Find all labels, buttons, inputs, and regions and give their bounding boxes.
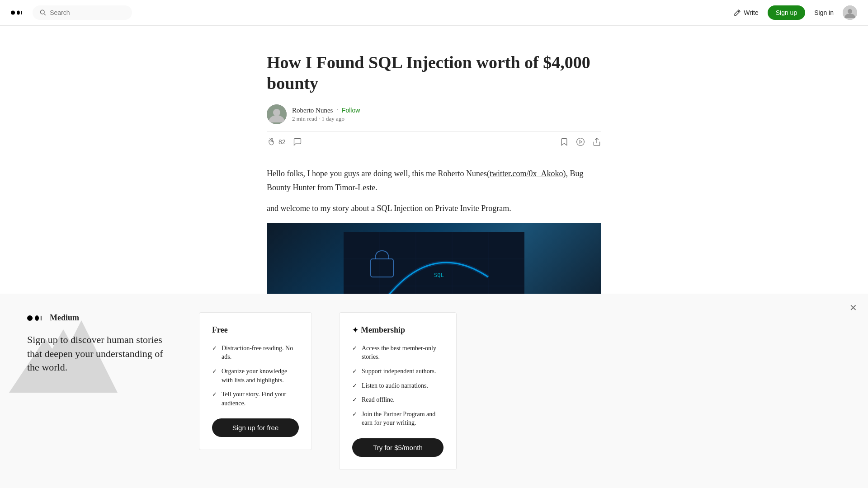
actions-left: 82 — [267, 137, 302, 146]
svg-line-5 — [738, 11, 739, 12]
modal-left: Medium Sign up to discover human stories… — [27, 312, 172, 349]
svg-rect-27 — [41, 316, 42, 321]
article-paragraph-2: and welcome to my story about a SQL Inje… — [267, 202, 601, 216]
free-feature-1: ✓ Distraction-free reading. No ads. — [212, 344, 299, 349]
read-time: 2 min read — [292, 115, 317, 122]
author-avatar[interactable] — [267, 104, 287, 124]
article-meta: 2 min read · 1 day ago — [292, 115, 360, 122]
modal-tagline: Sign up to discover human stories that d… — [27, 333, 172, 349]
membership-features-list: ✓ Access the best member-only stories. ✓… — [352, 344, 443, 349]
article-body: Hello folks, I hope you guys are doing w… — [267, 167, 601, 216]
free-card: Free ✓ Distraction-free reading. No ads.… — [199, 312, 312, 349]
svg-point-25 — [27, 315, 33, 321]
membership-star-icon: ✦ — [352, 326, 358, 334]
svg-point-7 — [848, 9, 852, 14]
svg-point-0 — [11, 10, 15, 14]
search-input[interactable] — [50, 9, 125, 16]
author-info: Roberto Nunes · Follow 2 min read · 1 da… — [292, 107, 360, 122]
write-button[interactable]: Write — [734, 9, 758, 16]
article-paragraph-1: Hello folks, I hope you guys are doing w… — [267, 167, 601, 194]
author-name-row: Roberto Nunes · Follow — [292, 107, 360, 114]
clap-count: 82 — [278, 138, 286, 145]
clap-icon — [267, 137, 276, 146]
comment-button[interactable] — [293, 137, 302, 146]
svg-point-1 — [17, 10, 20, 14]
comment-icon — [293, 137, 302, 146]
membership-card: ✦ Membership ✓ Access the best member-on… — [339, 312, 457, 349]
follow-button[interactable]: Follow — [342, 107, 360, 114]
twitter-link[interactable]: (twitter.com/0x_Akoko) — [487, 169, 566, 178]
author-separator: · — [336, 107, 338, 114]
share-button[interactable] — [592, 137, 601, 146]
svg-point-26 — [35, 315, 39, 321]
free-card-title: Free — [212, 325, 299, 335]
header-right: Write Sign up Sign in — [734, 5, 857, 20]
search-icon — [40, 9, 46, 16]
logo-icon — [11, 8, 25, 17]
pencil-icon — [734, 9, 741, 16]
user-avatar[interactable] — [843, 5, 857, 20]
article-title: How I Found SQL Injection worth of $4,00… — [267, 52, 601, 94]
logo[interactable] — [11, 8, 25, 17]
svg-point-10 — [577, 138, 585, 146]
svg-text:SQL: SQL — [434, 272, 444, 278]
svg-rect-2 — [21, 11, 22, 14]
signup-modal: ✕ Medium Sign up to discover human stori… — [0, 294, 868, 349]
actions-row: 82 — [267, 131, 601, 152]
modal-logo-icon — [27, 312, 46, 324]
svg-point-9 — [273, 109, 280, 116]
check-icon-m1: ✓ — [352, 344, 357, 349]
publish-date: 1 day ago — [321, 115, 344, 122]
site-header: Write Sign up Sign in — [0, 0, 868, 26]
signin-button[interactable]: Sign in — [814, 9, 834, 16]
bookmark-icon — [560, 137, 569, 146]
share-icon — [592, 137, 601, 146]
actions-right — [560, 137, 601, 146]
free-features-list: ✓ Distraction-free reading. No ads. ✓ Or… — [212, 344, 299, 349]
svg-marker-11 — [580, 141, 582, 144]
header-left — [11, 5, 132, 20]
play-icon — [576, 137, 585, 146]
bookmark-button[interactable] — [560, 137, 569, 146]
membership-card-title: ✦ Membership — [352, 325, 443, 335]
search-bar[interactable] — [33, 5, 132, 20]
modal-logo: Medium — [27, 312, 172, 324]
svg-line-4 — [44, 14, 45, 15]
modal-logo-text: Medium — [50, 313, 79, 323]
close-modal-button[interactable]: ✕ — [849, 303, 857, 312]
signup-button[interactable]: Sign up — [768, 5, 805, 20]
meta-separator: · — [319, 115, 320, 122]
author-name: Roberto Nunes — [292, 107, 333, 114]
clap-button[interactable]: 82 — [267, 137, 286, 146]
membership-feature-1: ✓ Access the best member-only stories. — [352, 344, 443, 349]
play-button[interactable] — [576, 137, 585, 146]
author-row: Roberto Nunes · Follow 2 min read · 1 da… — [267, 104, 601, 124]
check-icon-1: ✓ — [212, 344, 217, 349]
